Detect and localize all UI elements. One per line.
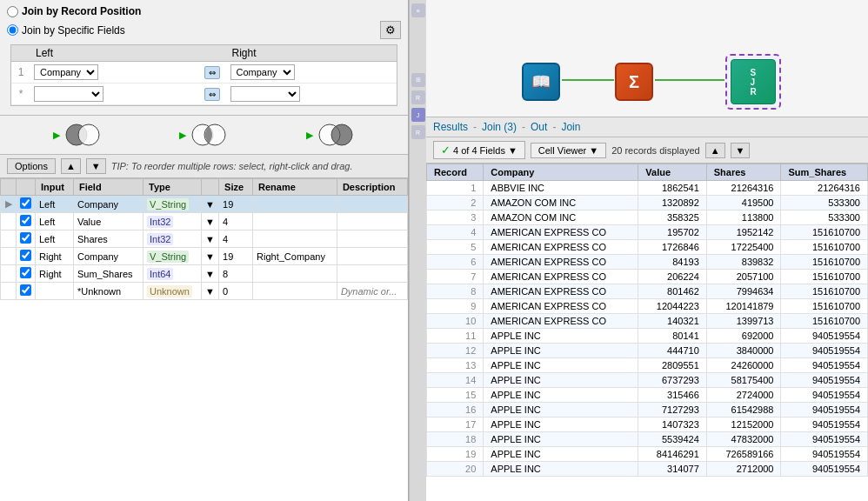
cfg-row-check-5[interactable]	[17, 283, 36, 300]
th-shares: Shares	[706, 164, 781, 181]
right-field-select-star[interactable]	[230, 86, 300, 102]
arrow-btn-1[interactable]: ⇔	[204, 66, 220, 79]
cfg-desc-5: Dynamic or...	[337, 283, 407, 300]
cfg-row-check-3[interactable]	[17, 248, 36, 265]
cfg-type-badge-5: Unknown	[147, 285, 192, 297]
sort-up-button[interactable]: ▲	[61, 158, 81, 174]
config-row-1: Left Value Int32 ▼	[1, 213, 408, 230]
col-num-header	[11, 45, 30, 62]
cfg-checkbox-3[interactable]	[20, 250, 31, 261]
result-company-1: AMAZON COM INC	[484, 196, 638, 210]
cfg-type-arrow-5: ▼	[202, 283, 219, 300]
left-join-icon[interactable]: ▶	[53, 123, 102, 147]
sidebar-icon-5[interactable]: R	[411, 125, 425, 139]
sidebar-icon-2[interactable]: ⊞	[411, 73, 425, 87]
cfg-checkbox-2[interactable]	[20, 232, 31, 244]
result-shares-6: 2057100	[706, 270, 781, 284]
result-record-2: 3	[427, 210, 484, 225]
result-shares-2: 113800	[706, 210, 781, 225]
result-value-0: 1862541	[638, 181, 706, 196]
result-record-11: 12	[427, 344, 484, 358]
cfg-checkbox-0[interactable]	[20, 197, 31, 209]
results-sort-up[interactable]: ▲	[705, 143, 725, 158]
cfg-row-check-4[interactable]	[17, 265, 36, 283]
gear-button[interactable]: ⚙	[380, 21, 401, 39]
sidebar-icon-4[interactable]: J	[411, 108, 425, 122]
result-shares-0: 21264316	[706, 181, 781, 196]
cfg-input-3: Right	[36, 248, 74, 265]
result-record-9: 10	[427, 314, 484, 329]
result-shares-1: 419500	[706, 196, 781, 210]
cfg-field-3: Company	[73, 248, 143, 265]
result-value-4: 1726846	[638, 240, 706, 255]
tip-text: TIP: To reorder multiple rows: select, r…	[111, 161, 353, 171]
join3-link[interactable]: Join (3)	[482, 121, 517, 133]
result-sum-shares-16: 940519554	[781, 418, 868, 432]
result-company-9: AMERICAN EXPRESS CO	[484, 314, 638, 329]
th-record: Record	[427, 164, 484, 181]
cell-viewer-label: Cell Viewer	[538, 145, 586, 156]
result-record-5: 6	[427, 255, 484, 270]
result-value-19: 314077	[638, 462, 706, 477]
cfg-checkbox-5[interactable]	[20, 284, 31, 296]
sort-down-button[interactable]: ▼	[86, 158, 106, 174]
cfg-row-check-2[interactable]	[17, 230, 36, 248]
cfg-size-input-4[interactable]	[223, 269, 249, 279]
sep-2: -	[522, 121, 525, 133]
cfg-row-check-1[interactable]	[17, 213, 36, 230]
result-value-14: 315466	[638, 388, 706, 403]
join-record-radio[interactable]	[7, 6, 18, 17]
cfg-size-input-2[interactable]	[223, 234, 249, 244]
cfg-rename-1	[253, 213, 337, 230]
result-value-9: 140321	[638, 314, 706, 329]
connector-2	[655, 79, 724, 81]
cfg-checkbox-4[interactable]	[20, 267, 31, 278]
options-button[interactable]: Options	[7, 158, 56, 174]
right-join-icon[interactable]: ▶	[306, 123, 355, 147]
sidebar-icon-1[interactable]: ≡	[411, 3, 425, 17]
sigma-node[interactable]: Σ	[615, 63, 653, 101]
cfg-size-input-3[interactable]	[223, 251, 249, 262]
cfg-size-input-5[interactable]	[223, 286, 249, 297]
sidebar-icon-3[interactable]: R	[411, 90, 425, 104]
cfg-desc-4	[337, 265, 407, 283]
join-row-star: * ⇔	[11, 84, 397, 105]
join-fields-radio[interactable]	[7, 24, 18, 36]
book-node[interactable]: 📖	[522, 63, 560, 101]
right-header: Right	[227, 45, 397, 62]
result-shares-12: 24260000	[706, 358, 781, 373]
left-panel: Join by Record Position Join by Specific…	[0, 0, 409, 501]
left-field-select-star[interactable]	[34, 86, 103, 102]
result-company-17: APPLE INC	[484, 432, 638, 447]
cfg-size-input-0[interactable]	[223, 199, 249, 210]
right-field-select-1[interactable]: Company	[230, 64, 295, 80]
config-table-area: Input Field Type Size Rename Description…	[0, 178, 408, 501]
cfg-size-input-1[interactable]	[223, 217, 249, 227]
result-value-17: 5539424	[638, 432, 706, 447]
join-link[interactable]: Join	[561, 121, 580, 133]
cfg-desc-2	[337, 230, 407, 248]
cfg-col-field: Field	[73, 179, 143, 196]
config-row-5: *Unknown Unknown ▼ Dynamic or...	[1, 283, 408, 300]
cfg-row-arrow-4	[1, 265, 17, 283]
out-link[interactable]: Out	[531, 121, 547, 133]
cfg-col-arrow	[1, 179, 17, 196]
cfg-row-check-0[interactable]	[17, 196, 36, 213]
cfg-type-arrow-3: ▼	[202, 248, 219, 265]
left-field-select-1[interactable]: Company	[34, 64, 98, 80]
result-company-4: AMERICAN EXPRESS CO	[484, 240, 638, 255]
results-table-area: Record Company Value Shares Sum_Shares 1…	[426, 164, 868, 501]
fields-dropdown[interactable]: ✓ 4 of 4 Fields ▼	[433, 141, 525, 159]
cfg-checkbox-1[interactable]	[20, 215, 31, 226]
cell-viewer-dropdown[interactable]: Cell Viewer ▼	[531, 143, 606, 158]
result-sum-shares-15: 940519554	[781, 403, 868, 418]
arrow-btn-star[interactable]: ⇔	[204, 88, 220, 101]
results-link[interactable]: Results	[433, 121, 468, 133]
result-sum-shares-18: 940519554	[781, 447, 868, 462]
cfg-desc-1	[337, 213, 407, 230]
inner-join-icon[interactable]: ▶	[179, 123, 228, 147]
cfg-size-1	[219, 213, 253, 230]
results-sort-down[interactable]: ▼	[731, 143, 751, 158]
join-node[interactable]: SJR	[731, 59, 776, 104]
result-company-8: AMERICAN EXPRESS CO	[484, 299, 638, 314]
